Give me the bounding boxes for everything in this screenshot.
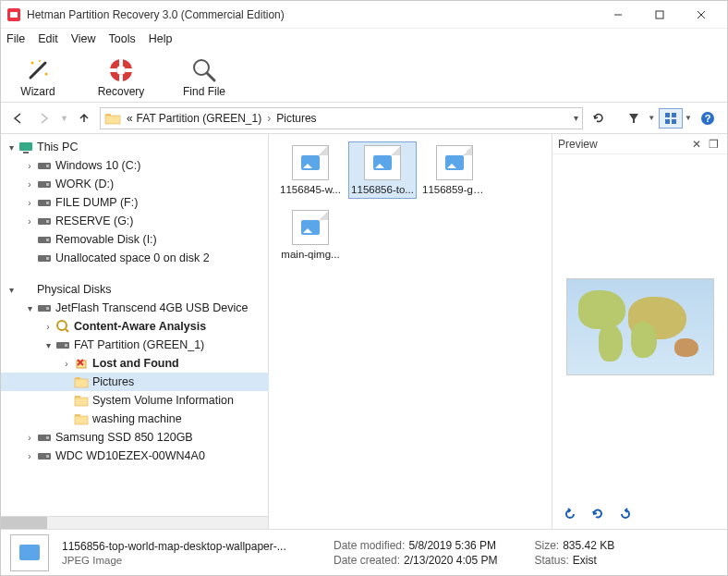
filter-button[interactable] bbox=[622, 108, 646, 129]
tree-samsung[interactable]: ›Samsung SSD 850 120GB bbox=[1, 428, 269, 447]
tree-content-aware[interactable]: ›Content-Aware Analysis bbox=[1, 317, 269, 336]
svg-rect-58 bbox=[46, 455, 49, 458]
view-mode-button[interactable] bbox=[659, 108, 683, 129]
tree-removable[interactable]: Removable Disk (I:) bbox=[1, 230, 269, 249]
svg-rect-21 bbox=[672, 113, 676, 117]
maximize-button[interactable] bbox=[638, 2, 680, 28]
svg-rect-15 bbox=[126, 68, 133, 72]
tree-lost-found[interactable]: ›Lost and Found bbox=[1, 354, 269, 373]
menu-help[interactable]: Help bbox=[149, 32, 173, 45]
history-dropdown[interactable]: ▼ bbox=[60, 114, 68, 123]
window-title: Hetman Partition Recovery 3.0 (Commercia… bbox=[27, 8, 597, 21]
svg-rect-26 bbox=[19, 142, 32, 151]
tree-fat-partition[interactable]: ▾FAT Partition (GREEN_1) bbox=[1, 336, 269, 354]
tree-pictures[interactable]: Pictures bbox=[1, 373, 269, 391]
findfile-button[interactable]: Find File bbox=[176, 57, 232, 98]
titlebar: Hetman Partition Recovery 3.0 (Commercia… bbox=[1, 1, 727, 29]
breadcrumb-partition[interactable]: FAT Partition (GREEN_1) bbox=[135, 112, 264, 125]
file-item[interactable]: 1156845-w... bbox=[276, 141, 345, 199]
file-item[interactable]: 1156859-go... bbox=[420, 141, 489, 199]
tree-wdc[interactable]: ›WDC WD10EZEX-00WN4A0 bbox=[1, 447, 269, 465]
status-bar: 1156856-top-world-map-desktop-wallpaper-… bbox=[1, 529, 727, 575]
main-area: ▾This PC ›Windows 10 (C:) ›WORK (D:) ›FI… bbox=[1, 134, 727, 529]
forward-button[interactable] bbox=[34, 108, 55, 129]
date-created-value: 2/13/2020 4:05 PM bbox=[404, 554, 497, 567]
image-file-icon bbox=[364, 145, 401, 180]
lifebuoy-icon bbox=[108, 57, 134, 83]
tree-thispc[interactable]: ▾This PC bbox=[1, 138, 269, 156]
image-file-icon bbox=[292, 210, 329, 245]
menu-file[interactable]: File bbox=[6, 32, 25, 45]
wand-icon bbox=[25, 57, 51, 83]
preview-popout-button[interactable]: ❐ bbox=[705, 138, 722, 151]
svg-rect-56 bbox=[46, 436, 49, 439]
tree-win10[interactable]: ›Windows 10 (C:) bbox=[1, 156, 269, 175]
address-bar[interactable]: « FAT Partition (GREEN_1) › Pictures ▾ bbox=[100, 107, 583, 129]
findfile-label: Find File bbox=[183, 85, 225, 98]
svg-rect-23 bbox=[672, 119, 676, 124]
tree-work[interactable]: ›WORK (D:) bbox=[1, 175, 269, 193]
rotate-left-button[interactable] bbox=[562, 506, 578, 522]
wizard-label: Wizard bbox=[20, 85, 55, 98]
file-grid[interactable]: 1156845-w... 1156856-to... 1156859-go...… bbox=[269, 134, 552, 529]
svg-line-43 bbox=[66, 329, 68, 332]
status-thumb-icon bbox=[10, 534, 49, 571]
svg-line-17 bbox=[207, 73, 214, 80]
menu-view[interactable]: View bbox=[71, 32, 96, 45]
grid-icon bbox=[664, 112, 677, 125]
svg-rect-41 bbox=[46, 307, 49, 310]
file-item[interactable]: main-qimg... bbox=[276, 206, 345, 263]
file-label: 1156856-to... bbox=[350, 184, 415, 195]
help-button[interactable]: ? bbox=[696, 108, 720, 129]
recovery-label: Recovery bbox=[98, 85, 145, 98]
svg-rect-19 bbox=[105, 116, 120, 124]
wizard-button[interactable]: Wizard bbox=[10, 57, 66, 98]
tree-physical-disks[interactable]: ▾Physical Disks bbox=[1, 280, 269, 299]
tree-panel[interactable]: ▾This PC ›Windows 10 (C:) ›WORK (D:) ›FI… bbox=[1, 134, 269, 516]
refresh-preview-button[interactable] bbox=[589, 506, 606, 522]
menubar: File Edit View Tools Help bbox=[1, 29, 727, 49]
svg-rect-22 bbox=[665, 119, 670, 124]
navigation-row: ▼ « FAT Partition (GREEN_1) › Pictures ▾… bbox=[1, 103, 727, 134]
folder-icon bbox=[104, 111, 121, 126]
back-button[interactable] bbox=[8, 108, 29, 129]
svg-rect-37 bbox=[46, 239, 49, 241]
filter-dropdown[interactable]: ▼ bbox=[648, 114, 655, 122]
svg-text:?: ? bbox=[705, 113, 711, 124]
svg-rect-12 bbox=[119, 58, 123, 66]
tree-svi[interactable]: System Volume Information bbox=[1, 391, 269, 410]
refresh-button[interactable] bbox=[588, 108, 609, 129]
menu-edit[interactable]: Edit bbox=[38, 32, 58, 45]
preview-controls bbox=[552, 499, 727, 529]
breadcrumb-folder[interactable]: Pictures bbox=[274, 112, 318, 125]
svg-point-8 bbox=[45, 72, 48, 75]
recovery-button[interactable]: Recovery bbox=[93, 57, 149, 98]
svg-point-42 bbox=[57, 321, 67, 330]
svg-rect-54 bbox=[75, 416, 88, 424]
minimize-button[interactable] bbox=[597, 2, 638, 28]
breadcrumb-prefix: « bbox=[125, 112, 135, 125]
svg-rect-29 bbox=[46, 165, 49, 167]
tree-reserve[interactable]: ›RESERVE (G:) bbox=[1, 212, 269, 230]
close-button[interactable] bbox=[680, 2, 722, 28]
tree-washing[interactable]: washing machine bbox=[1, 410, 269, 428]
tree-filedump[interactable]: ›FILE DUMP (F:) bbox=[1, 193, 269, 212]
view-dropdown[interactable]: ▼ bbox=[685, 114, 692, 122]
svg-point-9 bbox=[39, 60, 41, 62]
date-modified-value: 5/8/2019 5:36 PM bbox=[408, 539, 496, 552]
menu-tools[interactable]: Tools bbox=[109, 32, 136, 45]
tree-jetflash[interactable]: ▾JetFlash Transcend 4GB USB Device bbox=[1, 299, 269, 317]
image-file-icon bbox=[292, 145, 329, 180]
svg-rect-39 bbox=[46, 257, 49, 260]
status-value: Exist bbox=[573, 554, 597, 567]
rotate-right-button[interactable] bbox=[617, 506, 634, 522]
tree-unallocated[interactable]: Unallocated space 0 on disk 2 bbox=[1, 249, 269, 267]
address-dropdown[interactable]: ▾ bbox=[574, 113, 578, 123]
preview-close-button[interactable]: ✕ bbox=[688, 138, 705, 151]
help-icon: ? bbox=[700, 111, 715, 126]
content-area: 1156845-w... 1156856-to... 1156859-go...… bbox=[269, 134, 727, 529]
file-item-selected[interactable]: 1156856-to... bbox=[348, 141, 417, 199]
svg-rect-27 bbox=[23, 152, 29, 153]
up-button[interactable] bbox=[74, 108, 94, 129]
tree-horizontal-scrollbar[interactable] bbox=[1, 516, 268, 529]
